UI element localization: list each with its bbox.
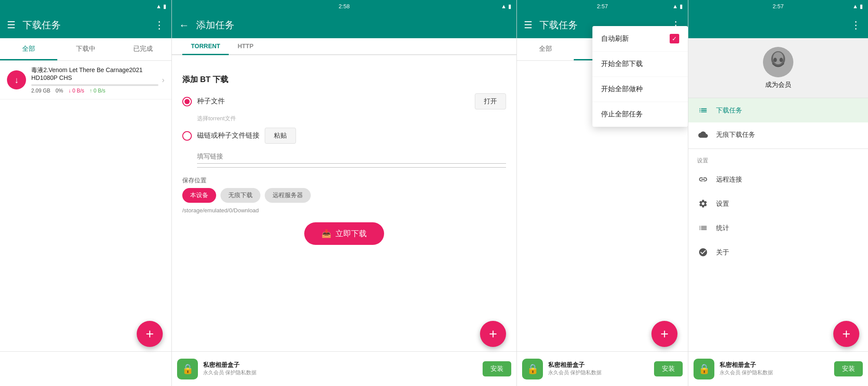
install-button-4[interactable]: 安装 — [834, 361, 863, 376]
download-tasks-label: 下载任务 — [716, 106, 742, 115]
menu-label-stop-all: 停止全部任务 — [601, 110, 643, 119]
fab-1[interactable]: + — [137, 321, 163, 347]
add-task-title: 添加任务 — [196, 19, 510, 32]
open-button[interactable]: 打开 — [475, 93, 506, 109]
sidebar-item-cloud-download[interactable]: 无痕下载任务 — [688, 122, 868, 147]
stats-icon — [697, 222, 709, 234]
ad-icon-2: 🔒 — [177, 359, 198, 379]
fab-3[interactable]: + — [651, 321, 677, 347]
avatar-svg — [763, 47, 793, 77]
panel-download-manager-1: ▲ ▮ ☰ 下载任务 ⋮ 全部 下载中 已完成 ↓ 毒液2.Venom Let … — [0, 0, 171, 386]
avatar — [763, 47, 793, 77]
tab-completed-1[interactable]: 已完成 — [114, 38, 171, 60]
sub-tab-torrent[interactable]: TORRENT — [182, 38, 229, 55]
menu-item-start-all[interactable]: 开始全部下载 — [592, 52, 688, 77]
download-stats: 2.09 GB 0% ↓ 0 B/s ↑ 0 B/s — [31, 88, 158, 94]
sidebar-nav: 下载任务 无痕下载任务 设置 远程连接 — [688, 98, 868, 351]
tab-all-3[interactable]: 全部 — [517, 38, 574, 60]
stats-label: 统计 — [716, 224, 729, 232]
save-location-section: 保存位置 本设备 无痕下载 远程服务器 — [182, 176, 506, 203]
save-location-label: 保存位置 — [182, 177, 207, 184]
cloud-download-icon — [697, 129, 709, 141]
settings-label: 设置 — [716, 200, 729, 208]
sidebar-header: ⋮ — [688, 12, 868, 38]
loc-btn-incognito[interactable]: 无痕下载 — [220, 188, 260, 203]
time-3: 2:57 — [597, 3, 608, 10]
member-label[interactable]: 成为会员 — [765, 81, 791, 89]
sidebar-item-download-tasks[interactable]: 下载任务 — [688, 98, 868, 122]
wifi-icon-3: ▲ — [672, 3, 678, 10]
menu-label-start-seed: 开始全部做种 — [601, 85, 643, 94]
checkbox-auto-refresh: ✓ — [670, 34, 679, 43]
fab-icon-3: + — [661, 326, 669, 342]
status-bar-3: 2:57 ▲ ▮ — [517, 0, 688, 12]
download-list: ↓ 毒液2.Venom Let There Be Carnage2021 HD1… — [0, 61, 171, 351]
about-icon — [697, 246, 709, 258]
menu-item-auto-refresh[interactable]: 自动刷新 ✓ — [592, 26, 688, 52]
tab-all-1[interactable]: 全部 — [0, 38, 57, 60]
bottom-ad-4: 🔒 私密相册盒子 永久会员 保护隐私数据 安装 — [688, 351, 868, 386]
more-icon-4[interactable]: ⋮ — [851, 19, 861, 31]
loc-btn-remote[interactable]: 远程服务器 — [265, 188, 311, 203]
ad-lock-icon-4: 🔒 — [698, 363, 710, 375]
path-text: /storage/emulated/0/Download — [182, 207, 506, 214]
install-button-3[interactable]: 安装 — [654, 361, 683, 376]
link-input[interactable] — [197, 149, 506, 164]
ad-subtitle-3: 永久会员 保护隐私数据 — [548, 369, 649, 376]
radio-circle-torrent — [182, 97, 192, 106]
status-icons-2: ▲ ▮ — [501, 3, 511, 10]
ad-lock-icon-3: 🔒 — [527, 363, 539, 375]
menu-label-auto-refresh: 自动刷新 — [601, 34, 629, 43]
radio-label-magnet: 磁链或种子文件链接 — [197, 131, 260, 140]
menu-item-start-seed[interactable]: 开始全部做种 — [592, 77, 688, 102]
svg-point-3 — [773, 58, 777, 62]
radio-circle-magnet — [182, 131, 192, 141]
status-icons-3: ▲ ▮ — [672, 3, 683, 10]
dropdown-menu: 自动刷新 ✓ 开始全部下载 开始全部做种 停止全部任务 — [592, 26, 688, 127]
settings-section-label: 设置 — [688, 151, 868, 167]
check-icon: ✓ — [672, 35, 677, 42]
radio-item-torrent[interactable]: 种子文件 打开 — [182, 93, 506, 109]
speed-down: ↓ 0 B/s — [68, 88, 84, 94]
tabs-bar-1: 全部 下载中 已完成 — [0, 38, 171, 61]
menu-icon[interactable]: ☰ — [7, 20, 16, 31]
install-button-2[interactable]: 安装 — [483, 361, 511, 376]
ad-icon-4: 🔒 — [694, 359, 714, 379]
tab-downloading-1[interactable]: 下载中 — [57, 38, 115, 60]
ad-subtitle-2: 永久会员 保护隐私数据 — [203, 369, 477, 376]
battery-icon-3: ▮ — [680, 3, 683, 10]
svg-point-4 — [779, 58, 783, 62]
add-bt-header: 添加 BT 下载 — [182, 74, 506, 85]
loc-btn-local[interactable]: 本设备 — [182, 188, 216, 203]
sidebar-item-settings[interactable]: 设置 — [688, 191, 868, 216]
menu-icon-3[interactable]: ☰ — [524, 20, 533, 31]
download-now-label: 立即下载 — [335, 228, 367, 239]
ad-info-3: 私密相册盒子 永久会员 保护隐私数据 — [548, 361, 649, 376]
about-label: 关于 — [716, 248, 729, 257]
fab-4[interactable]: + — [833, 321, 859, 347]
radio-label-torrent: 种子文件 — [197, 97, 225, 106]
sub-tab-http[interactable]: HTTP — [229, 38, 262, 55]
radio-item-magnet[interactable]: 磁链或种子文件链接 粘贴 — [182, 128, 506, 144]
sidebar-item-about[interactable]: 关于 — [688, 240, 868, 264]
status-bar-2: 2:58 ▲ ▮ — [172, 0, 516, 12]
fab-2[interactable]: + — [480, 321, 506, 347]
download-item[interactable]: ↓ 毒液2.Venom Let There Be Carnage2021 HD1… — [0, 61, 171, 99]
ad-title-3: 私密相册盒子 — [548, 361, 649, 369]
ad-title-2: 私密相册盒子 — [203, 361, 477, 369]
sidebar-item-stats[interactable]: 统计 — [688, 216, 868, 240]
more-icon-1[interactable]: ⋮ — [154, 19, 164, 31]
download-now-button[interactable]: 📥 立即下载 — [304, 222, 384, 245]
ad-title-4: 私密相册盒子 — [720, 361, 829, 369]
fab-icon-4: + — [842, 326, 851, 342]
ad-icon-3: 🔒 — [522, 359, 543, 379]
status-bar-1: ▲ ▮ — [0, 0, 171, 12]
location-buttons: 本设备 无痕下载 远程服务器 — [182, 188, 506, 203]
back-icon[interactable]: ← — [179, 19, 189, 31]
time-2: 2:58 — [339, 3, 349, 10]
download-size: 2.09 GB — [31, 88, 50, 94]
sidebar-item-remote-connect[interactable]: 远程连接 — [688, 167, 868, 191]
menu-item-stop-all[interactable]: 停止全部任务 — [592, 102, 688, 127]
paste-button[interactable]: 粘贴 — [265, 128, 296, 144]
wifi-icon-4: ▲ — [852, 3, 858, 10]
